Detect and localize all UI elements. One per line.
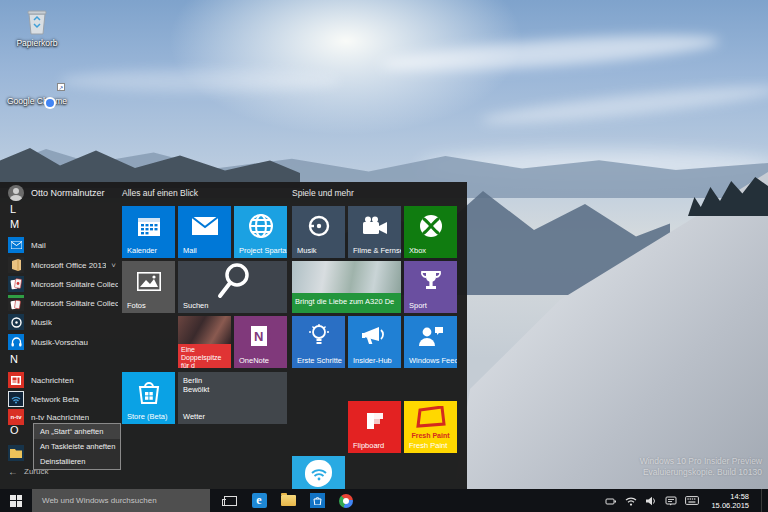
chevron-down-icon[interactable]: ˅ — [111, 261, 116, 270]
chrome-icon — [339, 494, 353, 508]
clock-date: 15.06.2015 — [711, 501, 749, 510]
tile-flipboard[interactable]: Flipboard — [348, 401, 401, 453]
store-button[interactable] — [309, 493, 325, 509]
tile-wetter[interactable]: Berlin Bewölkt Wetter — [178, 372, 287, 424]
user-account-button[interactable]: Otto Normalnutzer — [8, 185, 105, 201]
cloud — [60, 70, 340, 92]
task-view-icon — [224, 496, 237, 506]
tile-fotos[interactable]: Fotos — [122, 261, 175, 313]
tile-project-spartan[interactable]: Project Spartan — [234, 206, 287, 258]
tile-partial-bottom[interactable] — [292, 456, 345, 489]
windows-logo-icon — [10, 495, 22, 507]
tile-musik[interactable]: Musik — [292, 206, 345, 258]
search-icon — [178, 261, 287, 301]
store-bag-icon — [122, 372, 175, 412]
tile-group-title: Alles auf einen Blick — [122, 188, 198, 198]
task-view-button[interactable] — [222, 493, 238, 509]
user-name: Otto Normalnutzer — [31, 188, 105, 198]
folder-app-icon — [8, 445, 24, 461]
section-letter-o[interactable]: O — [10, 424, 19, 436]
fresh-paint-logo-text: Fresh Paint — [404, 432, 457, 439]
calendar-icon — [122, 206, 175, 246]
user-avatar — [8, 185, 24, 201]
tile-erste-schritte[interactable]: Erste Schritte — [292, 316, 345, 368]
section-letter-l[interactable]: L — [10, 203, 16, 215]
volume-icon[interactable] — [645, 496, 657, 506]
desktop-icon-label: Papierkorb — [2, 38, 72, 48]
start-button[interactable] — [0, 489, 32, 512]
megaphone-icon — [348, 316, 401, 356]
wifi-icon[interactable] — [625, 496, 637, 506]
news-icon — [8, 372, 24, 388]
desktop: Papierkorb ↗ Google Chrome Windows 10 Pr… — [0, 0, 768, 512]
app-item-office-2013[interactable]: Microsoft Office 2013 ˅ — [8, 256, 118, 274]
chrome-button[interactable] — [338, 493, 354, 509]
clock[interactable]: 14:58 15.06.2015 — [707, 492, 749, 510]
headphones-icon — [8, 334, 24, 350]
search-input[interactable]: Web und Windows durchsuchen — [32, 489, 210, 512]
tile-suchen[interactable]: Suchen — [178, 261, 287, 313]
movie-camera-icon — [348, 206, 401, 246]
action-center-icon[interactable] — [665, 496, 677, 506]
globe-icon — [234, 206, 287, 246]
app-item-nachrichten[interactable]: Nachrichten — [8, 371, 118, 389]
mail-icon — [178, 206, 231, 246]
show-desktop-button[interactable] — [761, 489, 764, 512]
back-arrow-icon: ← — [8, 466, 18, 477]
system-tray: 14:58 15.06.2015 — [605, 489, 768, 512]
section-letter-n[interactable]: N — [10, 353, 18, 365]
news-caption: Eine Doppelspitze für d — [178, 344, 231, 368]
folder-icon — [281, 495, 296, 506]
network-icon — [8, 391, 24, 407]
app-item-musik-vorschau[interactable]: Musik-Vorschau — [8, 333, 118, 351]
tile-xbox[interactable]: Xbox — [404, 206, 457, 258]
clock-time: 14:58 — [711, 492, 749, 501]
context-menu: An „Start“ anheften An Taskleiste anheft… — [33, 423, 121, 470]
app-item-musik[interactable]: Musik — [8, 313, 118, 331]
desktop-icon-recycle-bin[interactable]: Papierkorb — [2, 8, 72, 48]
lightbulb-icon — [292, 316, 345, 356]
recycle-bin-icon — [2, 8, 72, 36]
context-menu-item-uninstall[interactable]: Deinstallieren — [34, 454, 120, 469]
svg-text:N: N — [254, 329, 263, 344]
edge-icon: e — [252, 493, 267, 508]
tile-mail[interactable]: Mail — [178, 206, 231, 258]
onenote-icon: N — [234, 316, 287, 356]
weather-city: Berlin Bewölkt — [183, 376, 209, 394]
fresh-paint-icon — [404, 401, 457, 433]
app-item-solitaire-collection-2[interactable]: Microsoft Solitaire Collectio... — [8, 294, 118, 312]
edge-browser-button[interactable]: e — [251, 493, 267, 509]
news-caption: Bringt die Liebe zum A320 De — [292, 293, 401, 313]
tile-onenote[interactable]: N OneNote — [234, 316, 287, 368]
section-letter-m[interactable]: M — [10, 218, 19, 230]
desktop-icon-google-chrome[interactable]: ↗ Google Chrome — [2, 76, 72, 106]
tile-store-beta[interactable]: Store (Beta) — [122, 372, 175, 424]
context-menu-item-pin-taskbar[interactable]: An Taskleiste anheften — [34, 439, 120, 454]
tile-kalender[interactable]: Kalender — [122, 206, 175, 258]
tile-windows-feeds[interactable]: Windows Feeds — [404, 316, 457, 368]
tile-sport[interactable]: Sport — [404, 261, 457, 313]
context-menu-item-pin-start[interactable]: An „Start“ anheften — [34, 424, 120, 439]
tile-fresh-paint[interactable]: Fresh Paint Fresh Paint — [404, 401, 457, 453]
photo-icon — [122, 261, 175, 301]
search-placeholder: Web und Windows durchsuchen — [42, 496, 157, 505]
app-item-mail[interactable]: Mail — [8, 236, 118, 254]
flipboard-icon — [348, 401, 401, 441]
news-photo — [292, 261, 401, 293]
mail-icon — [8, 237, 24, 253]
tile-insider-hub[interactable]: Insider-Hub — [348, 316, 401, 368]
keyboard-icon[interactable] — [685, 496, 699, 505]
tile-news-doppelspitze[interactable]: Eine Doppelspitze für d — [178, 316, 231, 368]
desktop-icon-label: Google Chrome — [2, 96, 72, 106]
app-item-solitaire-collection[interactable]: Microsoft Solitaire Collection — [8, 275, 118, 293]
solitaire-icon — [8, 295, 24, 311]
tile-news-a320[interactable]: Bringt die Liebe zum A320 De — [292, 261, 401, 313]
office-icon — [8, 257, 24, 273]
file-explorer-button[interactable] — [280, 493, 296, 509]
app-item-network-beta[interactable]: Network Beta — [8, 390, 118, 408]
store-icon — [310, 493, 325, 508]
news-photo — [178, 316, 231, 344]
tile-filme-fernsehen[interactable]: Filme & Fernseh — [348, 206, 401, 258]
power-icon[interactable] — [605, 496, 617, 506]
build-watermark: Windows 10 Pro Insider Preview Evaluieru… — [640, 456, 762, 478]
